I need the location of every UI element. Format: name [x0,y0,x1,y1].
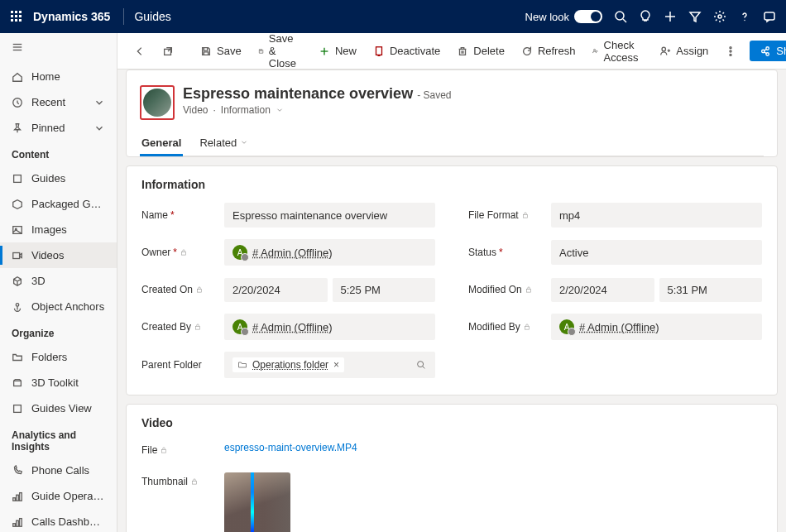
status-value[interactable]: Active [551,240,762,265]
search-icon[interactable] [614,10,627,23]
chat-icon[interactable] [763,10,776,23]
svg-rect-60 [193,481,197,484]
svg-rect-2 [19,11,22,13]
app-launcher-icon[interactable] [10,10,23,23]
brand-label[interactable]: Dynamics 365 [33,10,110,23]
chevron-down-icon[interactable] [276,106,284,114]
filter-icon[interactable] [688,10,702,23]
settings-icon[interactable] [713,10,726,23]
thumbnail-preview[interactable] [224,472,290,532]
field-modified-on: Modified On 2/20/20245:31 PM [468,277,762,302]
field-status: Status * Active [468,239,762,266]
modified-on-value: 2/20/20245:31 PM [551,277,762,302]
svg-rect-26 [14,405,22,412]
nav-3d-toolkit[interactable]: 3D Toolkit [0,370,117,395]
svg-rect-56 [525,326,529,329]
new-button[interactable]: New [312,40,363,62]
nav-operator-sessions[interactable]: Guide Operator Sessi... [0,483,117,509]
nav-guides-view[interactable]: Guides View [0,395,117,421]
share-button[interactable]: Share [750,41,786,61]
tab-related[interactable]: Related [198,130,250,156]
save-button[interactable]: Save [194,40,248,62]
nav-packaged-guides[interactable]: Packaged Guides [0,191,117,217]
svg-rect-51 [523,214,527,218]
svg-point-44 [662,47,665,50]
chevron-down-icon [240,138,248,146]
chevron-down-icon [93,97,105,108]
svg-point-45 [730,46,731,48]
form-name[interactable]: Information [221,104,271,116]
svg-point-49 [762,50,765,53]
svg-rect-54 [526,289,530,292]
nav-home[interactable]: Home [0,64,117,89]
nav-3d[interactable]: 3D [0,268,117,294]
svg-line-10 [623,19,626,22]
nav-guides[interactable]: Guides [0,165,117,191]
svg-point-13 [718,15,721,18]
svg-rect-15 [764,12,774,20]
section-title: Information [141,178,762,191]
name-input[interactable]: Espresso maintenance overview [224,203,435,228]
section-organize: Organize [0,319,117,344]
toggle-switch[interactable] [574,10,602,23]
section-analytics: Analytics and Insights [0,421,117,458]
svg-rect-4 [15,15,17,17]
file-link[interactable]: espresso-maint-overview.MP4 [224,442,357,453]
svg-rect-0 [11,11,13,13]
nav-pinned[interactable]: Pinned [0,115,117,141]
svg-rect-1 [15,11,17,13]
svg-rect-3 [11,15,13,17]
parent-folder-lookup[interactable]: Operations folder× [224,352,435,378]
tab-bar: General Related [140,130,764,156]
created-by-value[interactable]: A# Admin (Offline) [224,314,435,340]
sidebar: Home Recent Pinned Content Guides Packag… [0,33,117,532]
assign-button[interactable]: Assign [653,40,715,62]
module-label[interactable]: Guides [134,10,170,23]
check-access-button[interactable]: Check Access [585,34,649,69]
chevron-down-icon [93,122,105,134]
field-created-on: Created On 2/20/20245:25 PM [141,277,435,302]
refresh-button[interactable]: Refresh [515,40,582,62]
nav-images[interactable]: Images [0,217,117,242]
nav-object-anchors[interactable]: Object Anchors [0,294,117,319]
svg-point-57 [418,362,424,367]
svg-rect-20 [14,175,22,182]
back-button[interactable] [127,41,152,62]
svg-point-24 [16,303,19,306]
svg-rect-31 [17,520,19,526]
add-icon[interactable] [664,10,677,23]
information-section: Information Name * Espresso maintenance … [126,165,778,395]
field-created-by: Created By A# Admin (Offline) [141,314,435,340]
tab-general[interactable]: General [140,130,183,156]
delete-button[interactable]: Delete [450,40,511,62]
overflow-button[interactable] [718,41,743,62]
svg-point-50 [766,52,769,55]
svg-rect-23 [13,252,20,258]
svg-rect-25 [14,381,22,386]
nav-phone-calls[interactable]: Phone Calls [0,458,117,483]
open-new-window-button[interactable] [156,41,180,62]
help-icon[interactable] [738,10,751,23]
field-thumbnail: Thumbnail Open [141,472,435,532]
owner-lookup[interactable]: A# Admin (Offline) [224,239,435,266]
section-title: Video [141,416,762,429]
svg-point-48 [766,46,769,50]
new-look-toggle[interactable]: New look [525,10,602,23]
nav-calls-dashboard[interactable]: Calls Dashboard [0,509,117,532]
save-close-button[interactable]: Save & Close [252,33,309,74]
nav-recent[interactable]: Recent [0,89,117,115]
svg-point-14 [744,20,745,21]
sidebar-toggle[interactable] [0,33,117,64]
nav-videos[interactable]: Videos [0,242,117,268]
main-content: Save Save & Close New Deactivate Delete … [117,33,786,532]
file-format-value: mp4 [551,203,762,228]
section-content: Content [0,141,117,165]
record-thumbnail[interactable] [143,89,171,117]
deactivate-button[interactable]: Deactivate [367,40,447,62]
nav-folders[interactable]: Folders [0,344,117,370]
created-on-value: 2/20/20245:25 PM [224,277,435,302]
remove-tag[interactable]: × [333,359,339,371]
search-icon[interactable] [415,359,427,371]
lightbulb-icon[interactable] [639,10,652,23]
modified-by-value[interactable]: A# Admin (Offline) [551,314,762,340]
